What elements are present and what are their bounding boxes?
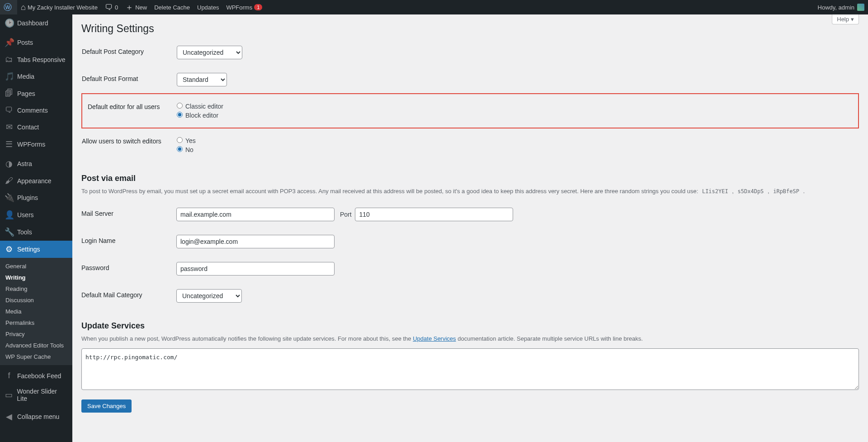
password-label: Password xyxy=(81,255,172,282)
login-name-input[interactable] xyxy=(176,235,335,248)
menu-facebook-feed[interactable]: fFacebook Feed xyxy=(0,367,72,384)
default-post-category-select[interactable]: Uncategorized xyxy=(177,46,242,59)
login-name-label: Login Name xyxy=(81,228,172,255)
contact-icon: ✉ xyxy=(5,122,14,132)
wpforms-icon: ☰ xyxy=(5,139,14,149)
delete-cache-link[interactable]: Delete Cache xyxy=(151,0,193,14)
comments-count: 0 xyxy=(115,4,118,11)
site-name: My Zacky Installer Website xyxy=(28,4,98,11)
menu-pages[interactable]: 🗐Pages xyxy=(0,85,72,102)
menu-media[interactable]: 🎵Media xyxy=(0,68,72,85)
menu-wonder-slider[interactable]: ▭Wonder Slider Lite xyxy=(0,384,72,406)
comments-link[interactable]: 🗨0 xyxy=(101,0,122,14)
updates-link[interactable]: Updates xyxy=(193,0,222,14)
random-string-1: LIis2YEI xyxy=(700,187,731,195)
wordpress-icon: ⓦ xyxy=(4,2,12,13)
submenu-writing[interactable]: Writing xyxy=(0,272,72,283)
submenu-general[interactable]: General xyxy=(0,261,72,272)
menu-appearance[interactable]: 🖌Appearance xyxy=(0,172,72,189)
allow-switch-label: Allow users to switch editors xyxy=(82,128,172,162)
menu-dashboard[interactable]: 🕑Dashboard xyxy=(0,14,72,32)
collapse-menu[interactable]: ◀Collapse menu xyxy=(0,408,72,425)
admin-menu: 🕑Dashboard 📌Posts 🗂Tabs Responsive 🎵Medi… xyxy=(0,14,72,431)
submenu-reading[interactable]: Reading xyxy=(0,283,72,295)
classic-editor-radio-label[interactable]: Classic editor xyxy=(177,103,854,110)
allow-switch-no-radio[interactable] xyxy=(177,146,183,152)
facebook-icon: f xyxy=(5,371,14,380)
wp-logo[interactable]: ⓦ xyxy=(0,0,17,14)
chevron-down-icon: ▾ xyxy=(851,16,854,23)
media-icon: 🎵 xyxy=(5,71,14,81)
update-services-heading: Update Services xyxy=(81,321,859,331)
post-via-email-heading: Post via email xyxy=(81,174,859,183)
wpforms-link[interactable]: WPForms1 xyxy=(222,0,266,14)
new-label: New xyxy=(135,4,147,11)
help-tab[interactable]: Help▾ xyxy=(832,14,859,24)
update-services-link[interactable]: Update Services xyxy=(413,335,456,342)
collapse-icon: ◀ xyxy=(5,412,14,422)
tabs-icon: 🗂 xyxy=(5,55,14,64)
port-input[interactable] xyxy=(355,208,513,221)
writing-settings-table: Default Post Category Uncategorized Defa… xyxy=(81,39,859,162)
account-link[interactable]: Howdy, admin xyxy=(814,0,868,14)
settings-icon: ⚙ xyxy=(5,244,14,254)
menu-posts[interactable]: 📌Posts xyxy=(0,34,72,51)
allow-switch-no-label[interactable]: No xyxy=(177,146,854,153)
save-changes-button[interactable]: Save Changes xyxy=(81,399,132,413)
block-editor-radio[interactable] xyxy=(177,112,183,118)
menu-contact[interactable]: ✉Contact xyxy=(0,119,72,136)
menu-wpforms[interactable]: ☰WPForms xyxy=(0,136,72,153)
update-services-desc: When you publish a new post, WordPress a… xyxy=(81,335,859,342)
port-label: Port xyxy=(340,211,352,218)
astra-icon: ◑ xyxy=(5,159,14,169)
main-content-wrap: Help▾ Writing Settings Default Post Cate… xyxy=(72,14,868,431)
menu-users[interactable]: 👤Users xyxy=(0,206,72,223)
site-name-link[interactable]: ⌂My Zacky Installer Website xyxy=(17,0,101,14)
default-mail-category-select[interactable]: Uncategorized xyxy=(176,289,242,303)
comments-icon: 🗨 xyxy=(5,105,14,115)
menu-settings[interactable]: ⚙Settings xyxy=(0,241,72,258)
allow-switch-yes-label[interactable]: Yes xyxy=(177,137,854,144)
dashboard-icon: 🕑 xyxy=(5,18,14,28)
screen-meta: Help▾ xyxy=(832,14,859,24)
menu-tools[interactable]: 🔧Tools xyxy=(0,223,72,241)
menu-astra[interactable]: ◑Astra xyxy=(0,155,72,172)
default-post-format-select[interactable]: Standard xyxy=(177,73,227,86)
posts-icon: 📌 xyxy=(5,38,14,48)
block-editor-radio-label[interactable]: Block editor xyxy=(177,112,854,119)
new-content-link[interactable]: ＋New xyxy=(122,0,151,14)
submenu-privacy[interactable]: Privacy xyxy=(0,328,72,340)
appearance-icon: 🖌 xyxy=(5,176,14,185)
random-string-2: s5Dx4DpS xyxy=(736,187,766,195)
avatar xyxy=(857,4,864,11)
comment-icon: 🗨 xyxy=(105,3,113,12)
menu-tabs-responsive[interactable]: 🗂Tabs Responsive xyxy=(0,51,72,68)
post-via-email-desc: To post to WordPress by email, you must … xyxy=(81,188,859,195)
pages-icon: 🗐 xyxy=(5,89,14,98)
random-string-3: iRpBfeSP xyxy=(771,187,802,195)
mail-server-input[interactable] xyxy=(176,208,335,221)
menu-comments[interactable]: 🗨Comments xyxy=(0,102,72,119)
tools-icon: 🔧 xyxy=(5,227,14,237)
menu-plugins[interactable]: 🔌Plugins xyxy=(0,189,72,206)
submenu-discussion[interactable]: Discussion xyxy=(0,295,72,306)
mail-server-label: Mail Server xyxy=(81,201,172,228)
submenu-advanced-editor-tools[interactable]: Advanced Editor Tools xyxy=(0,340,72,351)
default-mail-category-label: Default Mail Category xyxy=(81,282,172,309)
plugins-icon: 🔌 xyxy=(5,193,14,203)
mail-settings-table: Mail Server Port Login Name Password Def… xyxy=(81,201,859,309)
update-services-textarea[interactable] xyxy=(81,348,859,390)
slider-icon: ▭ xyxy=(5,390,14,400)
submenu-wp-super-cache[interactable]: WP Super Cache xyxy=(0,351,72,362)
home-icon: ⌂ xyxy=(21,3,26,12)
settings-submenu: General Writing Reading Discussion Media… xyxy=(0,258,72,365)
default-post-format-label: Default Post Format xyxy=(82,66,172,94)
default-post-category-label: Default Post Category xyxy=(82,39,172,66)
wpforms-badge: 1 xyxy=(254,4,262,10)
password-input[interactable] xyxy=(176,262,335,276)
classic-editor-radio[interactable] xyxy=(177,103,183,109)
allow-switch-yes-radio[interactable] xyxy=(177,137,183,143)
submenu-media[interactable]: Media xyxy=(0,306,72,317)
plus-icon: ＋ xyxy=(125,2,133,13)
submenu-permalinks[interactable]: Permalinks xyxy=(0,317,72,328)
